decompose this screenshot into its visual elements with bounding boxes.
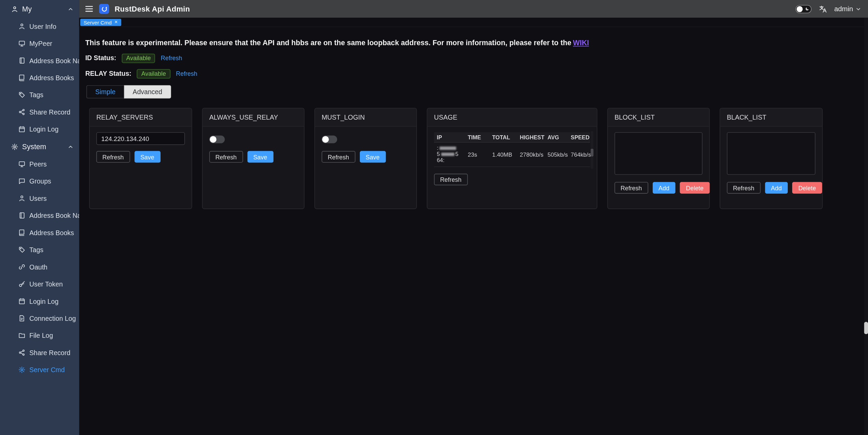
page-scrollbar-thumb[interactable] <box>864 322 868 334</box>
theme-toggle[interactable] <box>796 5 812 13</box>
col-total: TOTAL <box>489 134 517 140</box>
tab-advanced[interactable]: Advanced <box>124 85 171 99</box>
redacted-ip-segment <box>441 152 454 156</box>
sidebar-item-oauth[interactable]: Oauth <box>0 258 79 275</box>
usage-refresh-button[interactable]: Refresh <box>434 174 468 185</box>
card-title: ALWAYS_USE_RELAY <box>203 108 304 127</box>
sidebar-item-peers[interactable]: Peers <box>0 155 79 172</box>
sidebar-item-login-log[interactable]: Login Log <box>0 121 79 138</box>
relay-status-label: RELAY Status: <box>85 70 132 77</box>
block-list-add-button[interactable]: Add <box>652 182 675 193</box>
relay-servers-input[interactable] <box>96 132 185 145</box>
menu-collapse-icon[interactable] <box>85 4 94 13</box>
notice-text: This feature is experimental. Please ens… <box>85 39 571 47</box>
sidebar-item-groups[interactable]: Groups <box>0 173 79 190</box>
item-label: Users <box>29 194 47 202</box>
sidebar-item-user-info[interactable]: User Info <box>0 18 79 35</box>
tab-simple[interactable]: Simple <box>86 85 124 99</box>
must-login-refresh-button[interactable]: Refresh <box>322 151 355 162</box>
always-use-relay-refresh-button[interactable]: Refresh <box>209 151 243 162</box>
tag-icon <box>18 91 26 99</box>
sidebar-item-system-address-books[interactable]: Address Books <box>0 224 79 241</box>
mode-tabs: Simple Advanced <box>86 85 171 99</box>
col-highest: HIGHEST <box>517 134 545 140</box>
address-book-icon <box>18 212 26 219</box>
user-icon <box>18 23 26 30</box>
card-title: BLOCK_LIST <box>608 108 709 127</box>
item-label: Tags <box>29 246 43 254</box>
document-icon <box>18 315 26 322</box>
gear-icon <box>18 366 26 373</box>
sidebar-section-system[interactable]: System <box>0 138 79 155</box>
relay-status-refresh-link[interactable]: Refresh <box>176 70 197 77</box>
id-status-label: ID Status: <box>85 54 116 62</box>
id-status-badge: Available <box>122 53 155 63</box>
sidebar-section-my[interactable]: My <box>0 0 79 18</box>
item-label: Address Books <box>29 229 74 237</box>
chat-icon <box>18 177 26 185</box>
user-dropdown[interactable]: admin <box>834 5 862 13</box>
wiki-link[interactable]: WIKI <box>573 39 589 47</box>
id-status-refresh-link[interactable]: Refresh <box>161 55 182 62</box>
block-list-textarea[interactable] <box>615 132 703 175</box>
usage-total: 1.40MB <box>489 151 517 158</box>
tab-server-cmd[interactable]: Server Cmd × <box>80 19 121 26</box>
item-label: Address Books <box>29 74 74 82</box>
sidebar-item-system-tags[interactable]: Tags <box>0 241 79 258</box>
key-icon <box>18 280 26 288</box>
section-label: System <box>22 142 64 151</box>
sidebar-item-mypeer[interactable]: MyPeer <box>0 35 79 52</box>
card-block-list: BLOCK_LIST Refresh Add Delete <box>607 108 710 209</box>
relay-servers-refresh-button[interactable]: Refresh <box>96 151 130 162</box>
item-label: Groups <box>29 177 51 185</box>
block-list-refresh-button[interactable]: Refresh <box>615 182 648 193</box>
must-login-toggle[interactable] <box>322 136 337 143</box>
usage-table-scroll-thumb[interactable] <box>591 149 594 157</box>
must-login-save-button[interactable]: Save <box>360 151 386 162</box>
sidebar-item-share-record[interactable]: Share Record <box>0 103 79 120</box>
page-scrollbar[interactable] <box>864 18 868 435</box>
item-label: Share Record <box>29 349 70 356</box>
always-use-relay-save-button[interactable]: Save <box>247 151 273 162</box>
usage-table-scrollbar[interactable] <box>591 131 594 169</box>
always-use-relay-toggle[interactable] <box>209 136 225 143</box>
card-title: RELAY_SERVERS <box>90 108 191 127</box>
tab-close-icon[interactable]: × <box>114 19 118 25</box>
sidebar-item-tags[interactable]: Tags <box>0 86 79 103</box>
sidebar-item-address-books[interactable]: Address Books <box>0 69 79 86</box>
item-label: Address Book Name <box>29 57 79 65</box>
relay-servers-save-button[interactable]: Save <box>134 151 161 162</box>
id-status-row: ID Status: Available Refresh <box>85 54 868 63</box>
item-label: MyPeer <box>29 39 52 47</box>
sidebar-item-users[interactable]: Users <box>0 190 79 207</box>
share-icon <box>18 349 26 356</box>
rustdesk-admin-app: My User Info MyPeer Address Book Name Ad… <box>0 0 868 435</box>
card-black-list: BLACK_LIST Refresh Add Delete <box>720 108 823 209</box>
black-list-delete-button[interactable]: Delete <box>792 182 822 193</box>
translate-icon[interactable] <box>819 5 827 13</box>
black-list-add-button[interactable]: Add <box>765 182 788 193</box>
col-speed: SPEED <box>568 134 591 140</box>
block-list-delete-button[interactable]: Delete <box>680 182 710 193</box>
share-icon <box>18 108 26 116</box>
sidebar-item-system-share-record[interactable]: Share Record <box>0 344 79 361</box>
sidebar-item-system-login-log[interactable]: Login Log <box>0 293 79 310</box>
chevron-up-icon <box>68 6 74 12</box>
sidebar-item-address-book-names[interactable]: Address Book Names <box>0 207 79 224</box>
item-label: File Log <box>29 332 53 340</box>
item-label: Login Log <box>29 297 59 305</box>
black-list-textarea[interactable] <box>727 132 815 175</box>
monitor-icon <box>18 160 26 168</box>
black-list-refresh-button[interactable]: Refresh <box>727 182 761 193</box>
link-icon <box>18 263 26 271</box>
sidebar-item-address-book-name[interactable]: Address Book Name <box>0 52 79 69</box>
sidebar-item-user-token[interactable]: User Token <box>0 276 79 293</box>
sidebar-item-file-log[interactable]: File Log <box>0 327 79 344</box>
sidebar-item-connection-log[interactable]: Connection Log <box>0 310 79 327</box>
section-label: My <box>22 5 64 13</box>
relay-status-badge: Available <box>137 69 170 79</box>
sidebar-item-server-cmd[interactable]: Server Cmd <box>0 361 79 378</box>
card-relay-servers: RELAY_SERVERS Refresh Save <box>89 108 192 209</box>
calendar-icon <box>18 298 26 305</box>
experimental-notice: This feature is experimental. Please ens… <box>85 39 868 47</box>
